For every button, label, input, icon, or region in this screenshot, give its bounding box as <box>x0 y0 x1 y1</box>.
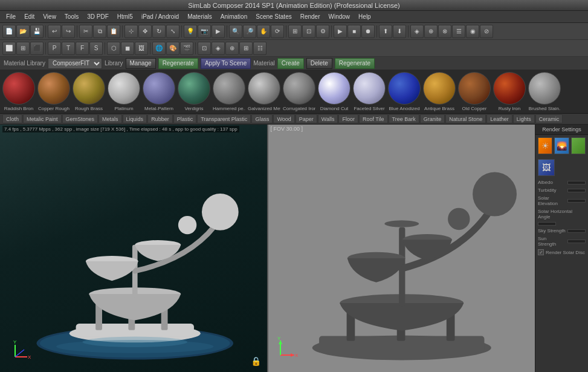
mat-regenerate-btn[interactable]: Regenerate <box>158 58 198 69</box>
menu-file[interactable]: File <box>2 12 19 21</box>
tool2-view1[interactable]: ⬜ <box>2 42 16 55</box>
tool-camera[interactable]: 📷 <box>198 25 211 38</box>
tool2-front[interactable]: F <box>76 42 89 55</box>
mat-library-dropdown[interactable]: ComposerFIT <box>48 58 102 69</box>
tab-natural-stone[interactable]: Natural Stone <box>445 114 486 123</box>
tab-paper[interactable]: Paper <box>296 114 317 123</box>
sphere-item-blue[interactable]: Blue Anodized <box>388 72 421 111</box>
tab-liquids[interactable]: Liquids <box>123 114 147 123</box>
mat-apply-btn[interactable]: Apply To Scene <box>201 58 251 69</box>
mat-delete-btn[interactable]: Delete <box>306 58 332 69</box>
tool2-side[interactable]: S <box>89 42 103 55</box>
tab-ceramic[interactable]: Ceramic <box>535 114 563 123</box>
sphere-item-copper[interactable]: Copper Rough <box>37 72 70 111</box>
tool-record[interactable]: ⏺ <box>361 25 375 38</box>
tool-redo[interactable]: ↪ <box>62 25 75 38</box>
sphere-item-brushed[interactable]: Brushed Stain. <box>528 72 561 111</box>
tab-metals[interactable]: Metals <box>99 114 122 123</box>
sphere-item-brass[interactable]: Rough Brass <box>73 72 105 111</box>
tab-rubber[interactable]: Rubber <box>147 114 173 123</box>
tool-copy[interactable]: ⧉ <box>93 25 106 38</box>
sphere-item-hammered[interactable]: Hammered pe... <box>213 72 245 111</box>
albedo-bar[interactable] <box>567 181 586 184</box>
tool-cut[interactable]: ✂ <box>79 25 92 38</box>
solar-disc-checkbox[interactable]: ✓ <box>538 249 544 255</box>
sphere-item-verdigris[interactable]: Verdigris <box>178 72 210 111</box>
tool-select[interactable]: ⊹ <box>124 25 138 38</box>
sphere-item-platinum[interactable]: Platinum <box>108 72 140 111</box>
tool-grid[interactable]: ⊞ <box>288 25 302 38</box>
sphere-item-metal[interactable]: Metal-Pattern <box>143 72 175 111</box>
menu-materials[interactable]: Materials <box>184 12 216 21</box>
solar-ha-bar[interactable] <box>538 222 556 226</box>
tool-zoom-in[interactable]: 🔍 <box>229 25 242 38</box>
tab-wood[interactable]: Wood <box>273 114 294 123</box>
mat-manage-btn[interactable]: Manage <box>126 58 156 69</box>
turbidity-bar[interactable] <box>567 189 586 192</box>
tab-floor[interactable]: Floor <box>338 114 358 123</box>
tool-scale[interactable]: ⤡ <box>166 25 179 38</box>
menu-edit[interactable]: Edit <box>21 12 38 21</box>
tool2-texture[interactable]: 🖼 <box>135 42 148 55</box>
tool-orbit[interactable]: ⟳ <box>271 25 284 38</box>
tool-render-btn[interactable]: ▶ <box>212 25 225 38</box>
tool-undo[interactable]: ↩ <box>48 25 61 38</box>
tool2-solid[interactable]: ◼ <box>121 42 134 55</box>
tool-misc1[interactable]: ◈ <box>410 25 424 38</box>
menu-html5[interactable]: Html5 <box>114 12 137 21</box>
tool2-extra4[interactable]: ⊞ <box>239 42 253 55</box>
tool-misc3[interactable]: ⊗ <box>438 25 451 38</box>
tool-export[interactable]: ⬆ <box>379 25 392 38</box>
sphere-item-reddish[interactable]: Raddish Bron <box>2 72 35 111</box>
tool2-extra2[interactable]: ◈ <box>212 42 225 55</box>
menu-window[interactable]: Window <box>325 12 354 21</box>
menu-ipad[interactable]: iPad / Android <box>138 12 183 21</box>
tab-gemstones[interactable]: GemStones <box>62 114 99 123</box>
tab-walls[interactable]: Walls <box>318 114 338 123</box>
menu-help[interactable]: Help <box>355 12 375 21</box>
tab-roof-tile[interactable]: Roof Tile <box>359 114 388 123</box>
mat-create-btn[interactable]: Create <box>277 58 304 69</box>
solar-elev-bar[interactable] <box>567 199 586 203</box>
tool-pan[interactable]: ✋ <box>257 25 270 38</box>
tool-import[interactable]: ⬇ <box>393 25 406 38</box>
menu-3dpdf[interactable]: 3D PDF <box>83 12 112 21</box>
menu-view[interactable]: View <box>39 12 60 21</box>
tool-open[interactable]: 📂 <box>16 25 30 38</box>
tab-plastic[interactable]: Plastic <box>173 114 197 123</box>
tool-snap[interactable]: ⊡ <box>302 25 315 38</box>
viewport-right[interactable]: [ FOV 30.00 ] <box>268 125 535 372</box>
tool-rotate[interactable]: ↻ <box>152 25 166 38</box>
tool-play[interactable]: ▶ <box>334 25 347 38</box>
tool-misc5[interactable]: ◉ <box>466 25 479 38</box>
mat-regenerate2-btn[interactable]: Regenerate <box>335 58 375 69</box>
tool-misc2[interactable]: ⊕ <box>424 25 438 38</box>
tool-move[interactable]: ✥ <box>138 25 152 38</box>
render-sky-icon[interactable]: 🌄 <box>554 137 569 154</box>
tool2-view2[interactable]: ⊞ <box>16 42 30 55</box>
render-sun-icon[interactable]: ☀ <box>538 137 552 154</box>
tab-leather[interactable]: Leather <box>486 114 512 123</box>
render-hdri-icon[interactable]: 🖼 <box>538 159 555 176</box>
tool-misc4[interactable]: ☰ <box>452 25 465 38</box>
tool-misc6[interactable]: ⊘ <box>480 25 493 38</box>
tab-lights[interactable]: Lights <box>513 114 535 123</box>
tool2-extra3[interactable]: ⊕ <box>225 42 239 55</box>
tab-glass[interactable]: Glass <box>251 114 273 123</box>
tool-settings[interactable]: ⚙ <box>316 25 329 38</box>
tool2-view3[interactable]: ⬛ <box>30 42 44 55</box>
sphere-item-rusty[interactable]: Rusty Iron <box>493 72 526 111</box>
menu-render[interactable]: Render <box>297 12 324 21</box>
tab-metalic[interactable]: Metalic Paint <box>23 114 62 123</box>
sun-str-bar[interactable] <box>567 240 586 243</box>
tool2-persp[interactable]: P <box>48 42 61 55</box>
menu-scene-states[interactable]: Scene States <box>252 12 295 21</box>
sky-str-bar[interactable] <box>567 229 586 233</box>
tool2-scene[interactable]: 🌐 <box>152 42 166 55</box>
viewport-left[interactable]: 7.4 fps , 5.3777 Mpps , 362 spp , image … <box>0 125 268 372</box>
tool2-anim[interactable]: 🎬 <box>180 42 193 55</box>
tab-tree-bark[interactable]: Tree Bark <box>389 114 419 123</box>
sphere-item-faceted[interactable]: Faceted Silver <box>353 72 386 111</box>
tool-stop[interactable]: ■ <box>347 25 361 38</box>
render-env-icon[interactable] <box>571 137 586 154</box>
